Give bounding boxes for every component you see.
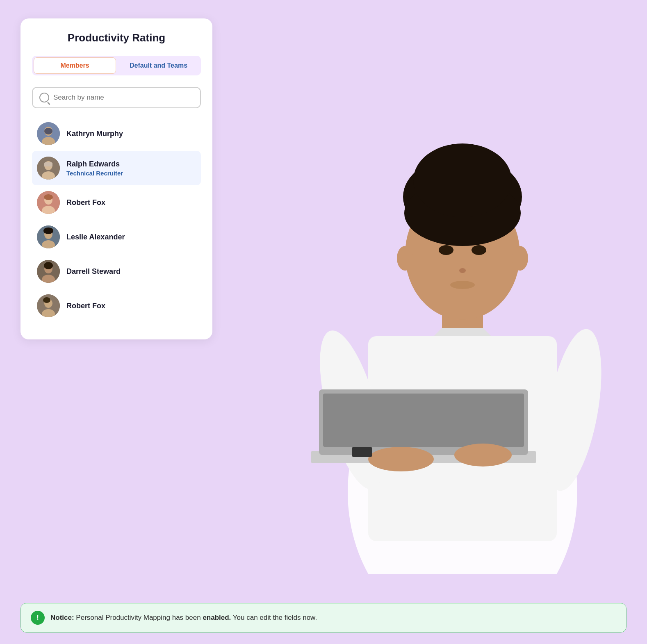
avatar [37,157,60,180]
notice-icon: ! [31,611,45,625]
member-name: Robert Fox [66,302,105,310]
tab-members[interactable]: Members [34,57,116,74]
avatar [37,191,60,214]
notice-suffix: You can edit the fields now. [231,614,317,621]
member-info: Kathryn Murphy [66,130,123,138]
svg-point-36 [43,228,53,234]
member-name: Leslie Alexander [66,233,125,241]
member-info: Darrell Steward [66,267,121,276]
list-item[interactable]: Robert Fox [32,185,201,220]
svg-point-24 [44,128,52,134]
search-bar [32,87,201,108]
member-info: Leslie Alexander [66,233,125,241]
list-item[interactable]: Kathryn Murphy [32,116,201,151]
member-name: Ralph Edwards [66,160,123,168]
member-role: Technical Recruiter [66,170,123,177]
list-item[interactable]: Robert Fox [32,289,201,323]
list-item[interactable]: Leslie Alexander [32,220,201,254]
tabs-container: Members Default and Teams [32,56,201,75]
avatar [37,260,60,283]
member-name: Darrell Steward [66,267,121,276]
avatar [37,294,60,317]
notice-middle: Personal Productivity Mapping has been [74,614,203,621]
member-name: Robert Fox [66,198,105,207]
search-icon [39,93,49,102]
list-item[interactable]: Darrell Steward [32,254,201,289]
tab-default-teams[interactable]: Default and Teams [118,57,199,74]
search-input[interactable] [53,93,194,102]
svg-point-32 [44,194,53,200]
notice-bar: ! Notice: Personal Productivity Mapping … [21,603,626,633]
notice-text: Notice: Personal Productivity Mapping ha… [50,612,317,623]
avatar [37,225,60,248]
svg-point-45 [43,297,50,303]
member-info: Robert Fox [66,198,105,207]
notice-enabled: enabled. [203,614,231,621]
avatar [37,122,60,145]
card-title: Productivity Rating [32,32,201,44]
productivity-card: Productivity Rating Members Default and … [21,18,212,339]
member-name: Kathryn Murphy [66,130,123,138]
member-info: Robert Fox [66,302,105,310]
svg-rect-28 [44,162,52,166]
list-item[interactable]: Ralph Edwards Technical Recruiter [32,151,201,185]
members-list: Kathryn Murphy Ralph Edwards Technical R… [32,116,201,323]
svg-point-41 [44,262,53,269]
member-info: Ralph Edwards Technical Recruiter [66,160,123,177]
notice-label: Notice: [50,614,74,621]
